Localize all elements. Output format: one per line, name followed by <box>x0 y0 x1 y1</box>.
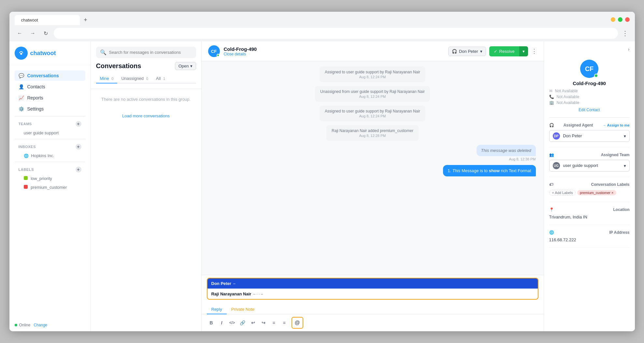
system-msg-text-4: Raji Narayanan Nair added premium_custom… <box>332 128 413 133</box>
maximize-button[interactable] <box>618 17 623 22</box>
add-label-button[interactable]: + <box>76 167 81 172</box>
undo-button[interactable]: ↩ <box>249 318 258 327</box>
sidebar-item-contacts[interactable]: 👤 Contacts <box>15 82 85 92</box>
ordered-list-button[interactable]: ≡ <box>280 318 289 327</box>
agent-selector[interactable]: 🎧 Don Peter ▾ <box>448 47 486 56</box>
rich-msg-text: 1. This Message is to show rich Text For… <box>448 168 531 173</box>
agent-avatar-small: DP <box>553 132 560 140</box>
add-labels-button[interactable]: + Add Labels <box>549 190 576 196</box>
chat-header: CF Cold-Frog-490 Close details 🎧 Don Pet… <box>202 41 544 61</box>
sidebar-item-conversations[interactable]: 💬 Conversations <box>15 70 85 81</box>
labels-container: + Add Labels premium_customer × <box>549 189 630 197</box>
mention-row-don[interactable]: Don Peter – <box>208 278 538 289</box>
conversation-labels-section: 🏷 Conversation Labels + Add Labels premi… <box>549 182 630 202</box>
forward-button[interactable]: → <box>28 28 38 38</box>
sidebar-item-settings[interactable]: ⚙️ Settings <box>15 104 85 114</box>
system-msg-time-3: Aug 8, 12:24 PM <box>325 114 420 118</box>
teams-label: Teams <box>19 122 32 126</box>
location-icon: 📍 <box>549 207 554 212</box>
contact-email-row: ✉ Not Available <box>549 89 630 93</box>
assigned-team-title: 👥 Assigned Team <box>549 153 630 157</box>
ip-section: 🌐 IP Address 116.68.72.222 <box>549 230 630 248</box>
system-message-1: Assigned to user guide support by Raji N… <box>320 67 425 82</box>
location-section: 📍 Location Trivandrum, India IN <box>549 207 630 225</box>
reports-icon: 📈 <box>19 95 24 100</box>
mention-row-raji[interactable]: Raji Narayanan Nair – · · – <box>208 289 538 299</box>
add-inbox-button[interactable]: + <box>76 144 81 150</box>
resolve-button[interactable]: ✓ Resolve <box>489 46 519 56</box>
team-user-guide-support[interactable]: user guide support <box>15 129 85 137</box>
add-team-button[interactable]: + <box>76 121 81 127</box>
low-priority-label: low_priority <box>31 176 52 181</box>
link-button[interactable]: 🔗 <box>238 318 247 327</box>
phone-icon: 📞 <box>549 95 554 99</box>
premium-label-tag[interactable]: premium_customer × <box>577 190 616 195</box>
contact-card: CF Cold-Frog-490 ✉ Not Available 📞 Not A… <box>549 54 630 118</box>
label-low-priority[interactable]: low_priority <box>15 174 85 183</box>
agent-select-dropdown[interactable]: DP Don Peter ▾ <box>549 130 630 142</box>
deleted-message-bubble: This message was deleted <box>477 145 536 156</box>
search-input[interactable] <box>109 50 192 55</box>
conversations-panel: 🔍 Conversations Open ▾ Mine 0 <box>91 41 202 331</box>
back-button[interactable]: ← <box>15 28 25 38</box>
close-details-link[interactable]: Close details <box>224 52 444 56</box>
logo-text: chatwoot <box>30 50 56 57</box>
system-msg-time-2: Aug 8, 12:24 PM <box>320 95 425 98</box>
search-icon: 🔍 <box>100 49 107 55</box>
sidebar-collapse-icon[interactable]: › <box>628 47 630 52</box>
compose-tab-private[interactable]: Private Note <box>227 305 259 314</box>
minimize-button[interactable] <box>611 17 615 22</box>
compose-tab-reply[interactable]: Reply <box>207 305 227 314</box>
change-button[interactable]: Change <box>34 323 47 327</box>
refresh-button[interactable]: ↻ <box>41 28 51 38</box>
bold-button[interactable]: B <box>207 318 216 327</box>
mention-name-raji: Raji Narayanan Nair <box>211 291 251 296</box>
close-button[interactable] <box>625 17 630 22</box>
unordered-list-button[interactable]: ≡ <box>269 318 279 327</box>
status-text: Online <box>19 323 31 327</box>
redo-button[interactable]: ↪ <box>259 318 268 327</box>
label-premium-customer[interactable]: premium_customer <box>15 183 85 191</box>
sidebar-item-reports[interactable]: 📈 Reports <box>15 93 85 103</box>
contact-name-display: Cold-Frog-490 <box>573 81 606 86</box>
inbox-hopkins[interactable]: 🌐 Hopkins Inc. <box>15 152 85 160</box>
browser-tab[interactable]: chatwoot <box>15 15 80 25</box>
system-message-3: Assigned to user guide support by Raji N… <box>320 106 425 121</box>
contact-company: Not Available <box>557 100 580 105</box>
italic-button[interactable]: I <box>217 318 226 327</box>
compose-toolbar: B I </> 🔗 ↩ ↪ ≡ ≡ @ <box>202 314 544 331</box>
tab-unassigned[interactable]: Unassigned 0 <box>117 74 152 83</box>
compose-tabs: Reply Private Note <box>202 302 544 314</box>
team-select-name: user guide support <box>563 163 598 168</box>
browser-more-icon[interactable]: ⋮ <box>621 28 630 38</box>
contact-email: Not Available <box>555 89 578 93</box>
assign-to-me-link[interactable]: → Assign to me <box>603 123 630 127</box>
low-priority-dot <box>24 176 28 180</box>
premium-customer-dot <box>24 185 28 189</box>
ip-title: 🌐 IP Address <box>549 230 630 235</box>
team-label: user guide support <box>24 130 59 135</box>
address-bar[interactable] <box>54 28 618 39</box>
chevron-down-icon: ▾ <box>624 134 626 139</box>
sidebar-status: Online Change <box>9 319 91 331</box>
contact-phone-row: 📞 Not Available <box>549 95 630 99</box>
premium-customer-label: premium_customer <box>31 185 67 190</box>
code-button[interactable]: </> <box>228 318 237 327</box>
mention-name-don: Don Peter <box>211 281 231 286</box>
logo-circle <box>15 47 28 60</box>
chat-more-icon[interactable]: ⋮ <box>531 48 537 55</box>
mention-dropdown: Don Peter – Raji Narayanan Nair – · · – <box>207 278 538 300</box>
chat-area: CF Cold-Frog-490 Close details 🎧 Don Pet… <box>202 41 544 331</box>
team-select-dropdown[interactable]: UG user guide support ▾ <box>549 160 630 172</box>
tab-all[interactable]: All 1 <box>152 74 169 83</box>
mention-trigger-button[interactable]: @ <box>292 317 303 329</box>
resolve-dropdown-button[interactable]: ▾ <box>519 46 528 56</box>
rich-message-bubble: 1. This Message is to show rich Text For… <box>443 165 536 176</box>
search-box[interactable]: 🔍 <box>96 47 196 58</box>
conversation-labels-title: 🏷 Conversation Labels <box>549 182 630 187</box>
new-tab-button[interactable]: + <box>81 16 90 25</box>
tab-mine[interactable]: Mine 0 <box>96 74 118 83</box>
status-filter[interactable]: Open ▾ <box>175 62 196 70</box>
load-more-link[interactable]: Load more conversations <box>91 110 201 122</box>
edit-contact-link[interactable]: Edit Contact <box>579 108 600 112</box>
